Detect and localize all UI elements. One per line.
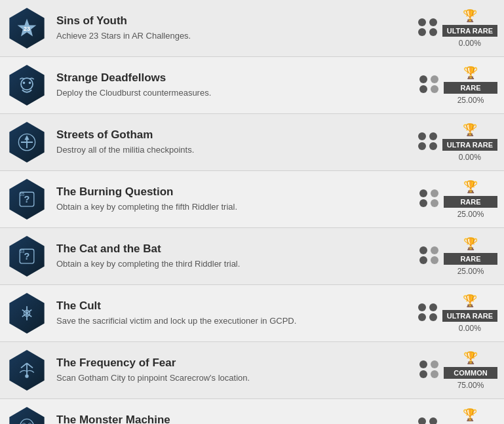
- svg-text:63: 63: [20, 249, 25, 254]
- trophy-icon: 🏆: [463, 237, 478, 251]
- achievement-row-frequency-of-fear[interactable]: The Frequency of FearScan Gotham City to…: [0, 342, 504, 399]
- badge-area-frequency-of-fear: 🏆COMMON75.00%: [444, 351, 497, 390]
- achievement-dot: [419, 189, 427, 197]
- svg-text:?: ?: [24, 251, 30, 261]
- achievement-dot: [419, 370, 427, 378]
- achievement-icon-cat-and-bat: ? 63: [7, 236, 47, 277]
- svg-text:65: 65: [20, 192, 25, 197]
- achievement-dot: [419, 360, 427, 368]
- svg-point-23: [20, 419, 34, 424]
- achievement-dot: [429, 417, 437, 424]
- achievement-title-sins-of-youth: Sins of Youth: [56, 14, 412, 28]
- achievement-info-streets-of-gotham: Streets of GothamDestroy all of the mili…: [56, 128, 412, 156]
- svg-point-4: [29, 82, 31, 85]
- achievement-icon-monster-machine: [7, 407, 47, 424]
- dots-sins-of-youth: [418, 18, 437, 38]
- dots-cat-and-bat: [419, 246, 438, 266]
- trophy-icon: 🏆: [463, 351, 478, 365]
- achievement-desc-the-burning-question: Obtain a key by completing the fifth Rid…: [56, 201, 413, 213]
- svg-line-21: [27, 363, 33, 368]
- achievement-info-sins-of-youth: Sins of YouthAchieve 23 Stars in AR Chal…: [56, 14, 412, 42]
- achievement-dot: [418, 313, 426, 321]
- percentage-frequency-of-fear: 75.00%: [457, 381, 484, 390]
- achievement-dot: [431, 246, 438, 254]
- svg-marker-8: [24, 135, 29, 140]
- achievement-dot: [431, 75, 438, 83]
- achievement-dot: [418, 132, 426, 140]
- achievement-row-streets-of-gotham[interactable]: Streets of GothamDestroy all of the mili…: [0, 114, 504, 171]
- achievement-right-the-cult: 🏆ULTRA RARE0.00%: [418, 294, 497, 333]
- dots-strange-deadfellows: [419, 75, 438, 95]
- rarity-badge-strange-deadfellows: RARE: [444, 82, 497, 94]
- badge-area-monster-machine: 🏆ULTRA RARE0.00%: [442, 408, 497, 424]
- achievement-icon-frequency-of-fear: [7, 350, 47, 391]
- achievement-dot: [431, 85, 438, 93]
- achievement-dot: [419, 246, 427, 254]
- achievement-desc-sins-of-youth: Achieve 23 Stars in AR Challenges.: [56, 30, 412, 42]
- rarity-badge-streets-of-gotham: ULTRA RARE: [442, 139, 497, 151]
- rarity-badge-the-burning-question: RARE: [444, 196, 497, 208]
- achievement-dot: [429, 132, 437, 140]
- achievement-row-strange-deadfellows[interactable]: Strange DeadfellowsDeploy the Cloudburst…: [0, 57, 504, 114]
- achievement-info-the-cult: The CultSave the sacrificial victim and …: [56, 299, 412, 327]
- achievement-icon-strange-deadfellows: [7, 65, 47, 106]
- svg-line-20: [21, 363, 27, 368]
- achievement-dot: [429, 18, 437, 26]
- achievement-title-the-burning-question: The Burning Question: [56, 185, 413, 199]
- dots-frequency-of-fear: [419, 360, 438, 380]
- achievement-dot: [431, 256, 438, 264]
- achievement-right-frequency-of-fear: 🏆COMMON75.00%: [419, 351, 497, 390]
- achievement-info-strange-deadfellows: Strange DeadfellowsDeploy the Cloudburst…: [56, 71, 413, 99]
- trophy-icon: 🏆: [463, 123, 477, 137]
- achievement-desc-streets-of-gotham: Destroy all of the militia checkpoints.: [56, 144, 412, 156]
- achievement-title-cat-and-bat: The Cat and the Bat: [56, 242, 413, 256]
- svg-point-22: [25, 374, 28, 377]
- achievement-dot: [419, 75, 427, 83]
- percentage-the-burning-question: 25.00%: [457, 210, 484, 219]
- percentage-cat-and-bat: 25.00%: [457, 267, 484, 276]
- achievement-dot: [429, 28, 437, 36]
- rarity-badge-cat-and-bat: RARE: [444, 253, 497, 265]
- achievement-desc-the-cult: Save the sacrificial victim and lock up …: [56, 315, 412, 327]
- rarity-badge-sins-of-youth: ULTRA RARE: [442, 25, 497, 37]
- achievement-icon-sins-of-youth: 23: [7, 8, 47, 48]
- badge-area-the-burning-question: 🏆RARE25.00%: [444, 180, 497, 219]
- trophy-icon: 🏆: [463, 9, 477, 23]
- dots-streets-of-gotham: [418, 132, 437, 152]
- achievement-dot: [429, 313, 437, 321]
- achievement-right-streets-of-gotham: 🏆ULTRA RARE0.00%: [418, 123, 497, 162]
- trophy-icon: 🏆: [463, 408, 477, 422]
- achievement-dot: [431, 189, 438, 197]
- achievement-dot: [418, 18, 426, 26]
- achievement-dot: [418, 417, 426, 424]
- dots-monster-machine: [418, 417, 437, 424]
- achievement-info-monster-machine: The Monster MachineTrack down and appreh…: [56, 414, 412, 424]
- trophy-icon: 🏆: [463, 180, 478, 194]
- achievement-title-strange-deadfellows: Strange Deadfellows: [56, 71, 413, 85]
- achievement-dot: [429, 142, 437, 150]
- achievement-right-sins-of-youth: 🏆ULTRA RARE0.00%: [418, 9, 497, 48]
- achievement-desc-cat-and-bat: Obtain a key by completing the third Rid…: [56, 258, 413, 270]
- percentage-the-cult: 0.00%: [459, 324, 481, 333]
- achievement-dot: [431, 370, 438, 378]
- rarity-badge-the-cult: ULTRA RARE: [442, 310, 497, 322]
- achievement-row-the-burning-question[interactable]: ? 65 The Burning QuestionObtain a key by…: [0, 171, 504, 228]
- achievement-row-sins-of-youth[interactable]: 23 Sins of YouthAchieve 23 Stars in AR C…: [0, 0, 504, 57]
- achievement-right-monster-machine: 🏆ULTRA RARE0.00%: [418, 408, 497, 424]
- achievement-dot: [419, 85, 427, 93]
- achievement-title-monster-machine: The Monster Machine: [56, 414, 412, 424]
- percentage-streets-of-gotham: 0.00%: [459, 153, 481, 162]
- achievement-dot: [418, 28, 426, 36]
- achievement-row-monster-machine[interactable]: The Monster MachineTrack down and appreh…: [0, 399, 504, 424]
- achievement-info-frequency-of-fear: The Frequency of FearScan Gotham City to…: [56, 357, 413, 384]
- badge-area-the-cult: 🏆ULTRA RARE0.00%: [442, 294, 497, 333]
- achievement-row-the-cult[interactable]: The CultSave the sacrificial victim and …: [0, 285, 504, 342]
- achievement-right-the-burning-question: 🏆RARE25.00%: [419, 180, 497, 219]
- achievement-dot: [418, 142, 426, 150]
- badge-area-sins-of-youth: 🏆ULTRA RARE0.00%: [442, 9, 497, 48]
- achievement-row-cat-and-bat[interactable]: ? 63 The Cat and the BatObtain a key by …: [0, 228, 504, 285]
- achievement-desc-strange-deadfellows: Deploy the Cloudburst countermeasures.: [56, 87, 413, 99]
- rarity-badge-frequency-of-fear: COMMON: [444, 367, 497, 379]
- achievement-list: 23 Sins of YouthAchieve 23 Stars in AR C…: [0, 0, 504, 424]
- svg-point-2: [21, 78, 33, 90]
